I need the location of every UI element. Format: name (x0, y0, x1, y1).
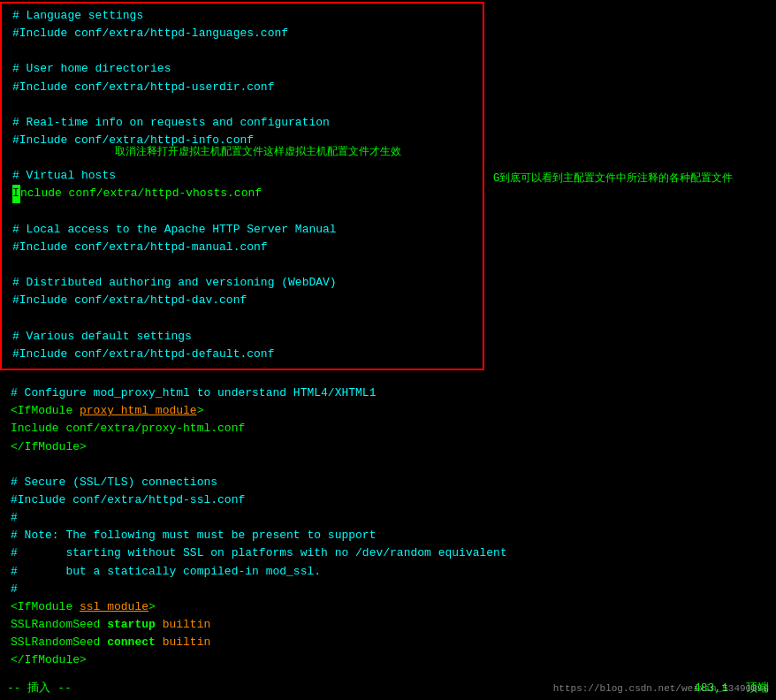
editor-mode: -- 插入 -- (7, 680, 72, 697)
lb12: # but a statically compiled-in mod_ssl. (5, 563, 776, 581)
lb4: Include conf/extra/proxy-html.conf (5, 420, 776, 438)
line-13: # Local access to the Apache HTTP Server… (7, 221, 477, 239)
lb11: # starting without SSL on platforms with… (5, 544, 776, 562)
lb6 (5, 456, 776, 474)
line-2: #Include conf/extra/httpd-languages.conf (7, 25, 477, 42)
lb2: # Configure mod_proxy_html to understand… (5, 384, 776, 402)
line-1: # Language settings (7, 7, 477, 25)
red-box-highlight: # Language settings #Include conf/extra/… (0, 2, 484, 370)
lb3: <IfModule proxy_html_module> (5, 402, 776, 420)
builtin-startup: builtin (163, 618, 211, 631)
line-14: #Include conf/extra/httpd-manual.conf (7, 239, 477, 256)
lb1 (5, 367, 776, 384)
line-11: Include conf/extra/httpd-vhosts.conf (7, 185, 477, 202)
line-12 (7, 203, 477, 221)
lb5: </IfModule> (5, 438, 776, 456)
editor-area: # Language settings #Include conf/extra/… (0, 0, 776, 700)
line-5: #Include conf/extra/httpd-userdir.conf (7, 79, 477, 96)
lb9: # (5, 509, 776, 527)
lb13: # (5, 581, 776, 598)
line-19: # Various default settings (7, 328, 477, 346)
line-15 (7, 256, 477, 274)
lb14: <IfModule ssl_module> (5, 598, 776, 616)
lb8: #Include conf/extra/httpd-ssl.conf (5, 491, 776, 509)
cursor: I (12, 185, 20, 202)
line-4: # User home directories (7, 60, 477, 78)
watermark: https://blog.csdn.net/weixin_53490398 (553, 681, 769, 696)
proxy-html-module: proxy_html_module (80, 404, 197, 417)
line-17: #Include conf/extra/httpd-dav.conf (7, 292, 477, 309)
lb15: SSLRandomSeed startup builtin (5, 616, 776, 634)
lb16: SSLRandomSeed connect builtin (5, 634, 776, 651)
line-7: # Real-time info on requests and configu… (7, 114, 477, 132)
lb17: </IfModule> (5, 651, 776, 669)
lb7: # Secure (SSL/TLS) connections (5, 474, 776, 491)
annotation-right: G到底可以看到主配置文件中所注释的各种配置文件 (493, 171, 733, 187)
line-3 (7, 42, 477, 60)
line-20: #Include conf/extra/httpd-default.conf (7, 346, 477, 363)
ssl-module-tag: ssl_module (80, 600, 148, 613)
line-10: # Virtual hosts (7, 167, 477, 185)
lines-below-box: # Configure mod_proxy_html to understand… (0, 367, 776, 669)
line-16: # Distributed authoring and versioning (… (7, 274, 477, 292)
lb10: # Note: The following must must be prese… (5, 527, 776, 544)
annotation-cancel: 取消注释打开虚拟主机配置文件这样虚拟主机配置文件才生效 (115, 144, 401, 161)
builtin-connect: builtin (163, 635, 211, 649)
line-18 (7, 309, 477, 327)
line-6 (7, 96, 477, 114)
